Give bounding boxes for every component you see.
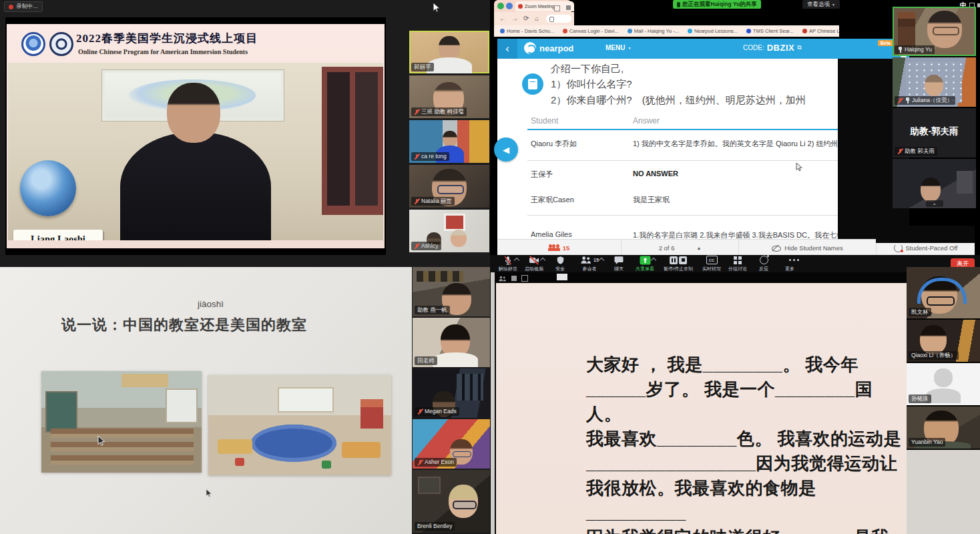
presentation-slide: 2022春季美国学生沉浸式线上项目 Online Chinese Program… bbox=[7, 24, 385, 248]
unmute-button[interactable]: 解除静音 bbox=[498, 255, 518, 272]
stop-recording-icon[interactable] bbox=[679, 256, 687, 264]
student-paced-label: Student-Paced Off bbox=[906, 244, 958, 252]
video-tile[interactable]: 田老师 bbox=[413, 318, 490, 367]
muted-mic-icon bbox=[417, 459, 423, 466]
nearpod-menu-button[interactable]: MENU▼ bbox=[605, 44, 631, 51]
share-screen-button[interactable]: 共享屏幕 bbox=[635, 255, 655, 272]
hide-student-names-button[interactable]: Hide Student Names bbox=[739, 240, 877, 256]
video-tile[interactable]: Yuanbin Yao bbox=[907, 407, 980, 449]
security-button[interactable]: 安全 bbox=[550, 255, 570, 272]
video-tile[interactable]: 助教 燕一帆 bbox=[413, 267, 490, 316]
video-tile[interactable]: ⌄ bbox=[893, 159, 976, 208]
participants-icon bbox=[498, 276, 507, 282]
back-arrow-icon: ‹ bbox=[505, 42, 509, 55]
bookmark-item[interactable]: TMS Client Sear... bbox=[746, 28, 794, 34]
browser-tab[interactable]: Zoom Meeting bbox=[515, 1, 574, 11]
quadrant-bottom-left: jiàoshì 说一说：中国的教室还是美国的教室 bbox=[0, 267, 490, 534]
caret-icon[interactable] bbox=[599, 258, 604, 263]
pause-recording-icon[interactable] bbox=[670, 256, 678, 264]
quadrant-top-left: 录制中... 2022春季美国学生沉浸式线上项目 Online Chinese … bbox=[0, 0, 490, 267]
caret-icon[interactable] bbox=[651, 258, 656, 263]
bookmark-item[interactable]: Mail - Haiqing Yu -... bbox=[628, 28, 679, 34]
teacher-name-tag: Liang Laoshi bbox=[13, 230, 103, 240]
cabinet bbox=[957, 171, 973, 194]
chair bbox=[235, 458, 244, 466]
video-tile[interactable]: Haiqing Yu bbox=[893, 7, 976, 56]
video-tile[interactable]: Qiaoxi Li（养畅） bbox=[907, 320, 980, 362]
video-tile[interactable]: Asher Exon bbox=[413, 419, 490, 469]
video-tile[interactable]: 凯文林 bbox=[907, 267, 980, 318]
start-video-button[interactable]: 启动视频 bbox=[524, 255, 544, 272]
profile-icon[interactable] bbox=[506, 3, 513, 9]
video-tile[interactable]: Ashley bbox=[409, 210, 489, 252]
bookmark-item[interactable]: Nearpod Lessons... bbox=[688, 28, 738, 34]
back-nav-icon[interactable]: ← bbox=[499, 15, 506, 22]
participant-name-label: 三班 助教 柯佳璧 bbox=[421, 107, 464, 116]
eye-slash-icon bbox=[772, 245, 781, 251]
muted-mic-icon bbox=[414, 243, 419, 250]
participant-name-label: Megan Eads bbox=[425, 407, 457, 416]
video-tile[interactable]: 孙铭珠 bbox=[907, 363, 980, 405]
view-options-label: 查看选项 bbox=[807, 1, 830, 9]
caret-icon[interactable] bbox=[540, 258, 545, 263]
collapse-sidebar-button[interactable]: ⌄ bbox=[926, 200, 943, 207]
video-tile[interactable]: Natalia 丽萱 bbox=[409, 165, 489, 208]
participants-count: 15 bbox=[563, 244, 570, 252]
student-name-cell: 王家珉Casen bbox=[531, 195, 628, 205]
recording-label: 录制中... bbox=[16, 3, 38, 11]
bookmark-item[interactable]: Home - Davis Scho... bbox=[500, 28, 554, 34]
participant-name-label: Juliana（佳奕） bbox=[912, 96, 953, 105]
chat-button[interactable]: 聊天 bbox=[609, 255, 629, 272]
video-tile[interactable]: ca re tong bbox=[409, 120, 489, 163]
extension-icon[interactable] bbox=[497, 3, 504, 9]
caret-icon[interactable] bbox=[514, 258, 519, 263]
nearpod-back-button[interactable]: ‹ bbox=[497, 39, 517, 59]
video-tile[interactable]: Brenli Bentley bbox=[413, 470, 490, 533]
wall-picture bbox=[444, 214, 465, 231]
video-tile[interactable]: 郭丽平 bbox=[409, 31, 489, 73]
video-tile[interactable]: 三班 助教 柯佳璧 bbox=[409, 75, 489, 118]
video-tile[interactable]: 助教-郭夫雨 助教 郭夫雨 bbox=[893, 108, 976, 158]
reactions-button[interactable]: 反应 bbox=[754, 255, 774, 272]
view-options-button[interactable]: 查看选项 ▼ bbox=[802, 0, 840, 9]
nearpod-header: ‹ nearpod MENU▼ CODE: DBZIX ⧉ Beta bbox=[497, 39, 909, 59]
slide-text-line: 大家好 ， 我是________。 我今年 bbox=[586, 352, 907, 377]
shared-screen-stage: 2022春季美国学生沉浸式线上项目 Online Chinese Program… bbox=[5, 17, 386, 255]
previous-slide-button[interactable]: ◀ bbox=[494, 138, 518, 162]
reload-icon[interactable]: ⟳ bbox=[523, 15, 529, 22]
student-paced-icon bbox=[894, 244, 903, 252]
external-link-icon[interactable]: ⧉ bbox=[797, 44, 801, 51]
bookmark-item[interactable]: Canvas Login - Davi... bbox=[563, 28, 619, 34]
live-transcript-button[interactable]: CC 实时转写 bbox=[702, 255, 722, 272]
video-tile[interactable]: Juliana（佳奕） bbox=[893, 57, 976, 107]
more-label: 更多 bbox=[785, 266, 794, 272]
more-button[interactable]: 更多 bbox=[780, 255, 800, 272]
breakout-rooms-button[interactable]: 分组讨论 bbox=[728, 255, 748, 272]
pause-stop-recording-button[interactable]: 暂停/停止录制 bbox=[661, 255, 696, 272]
bookmark-item[interactable]: AP Chinese Langua... bbox=[802, 28, 839, 34]
forward-nav-icon[interactable]: → bbox=[511, 15, 518, 22]
column-header-answer: Answer bbox=[633, 116, 660, 125]
window-button-icon[interactable] bbox=[566, 5, 571, 10]
home-icon[interactable]: ⌂ bbox=[535, 15, 539, 22]
teacher-head bbox=[167, 83, 220, 143]
bookmark-label: Nearpod Lessons... bbox=[694, 28, 738, 34]
participants-count-button[interactable]: 15 bbox=[497, 240, 622, 256]
window-button-icon[interactable] bbox=[554, 5, 560, 11]
mouse-cursor bbox=[433, 2, 441, 13]
slide-pager[interactable]: 2 of 6 ▲ bbox=[622, 240, 739, 256]
bookmark-label: Home - Davis Scho... bbox=[507, 28, 554, 34]
participants-button[interactable]: 15 参会者 bbox=[576, 255, 603, 272]
code-label: CODE: bbox=[743, 44, 764, 51]
status-dot bbox=[901, 250, 903, 252]
unmute-label: 解除静音 bbox=[499, 266, 517, 272]
prev-arrow-icon: ◀ bbox=[503, 145, 509, 155]
participant-figure bbox=[439, 36, 460, 60]
video-tile[interactable]: Megan Eads bbox=[413, 368, 490, 418]
nearpod-logo-icon bbox=[524, 42, 536, 54]
caret-up-icon: ▲ bbox=[696, 246, 701, 250]
address-bar[interactable] bbox=[546, 15, 571, 23]
presentation-slide: 大家好 ， 我是________。 我今年 ______岁了。 我是一个____… bbox=[496, 283, 907, 534]
table bbox=[342, 442, 381, 458]
overlay-box bbox=[557, 274, 567, 280]
